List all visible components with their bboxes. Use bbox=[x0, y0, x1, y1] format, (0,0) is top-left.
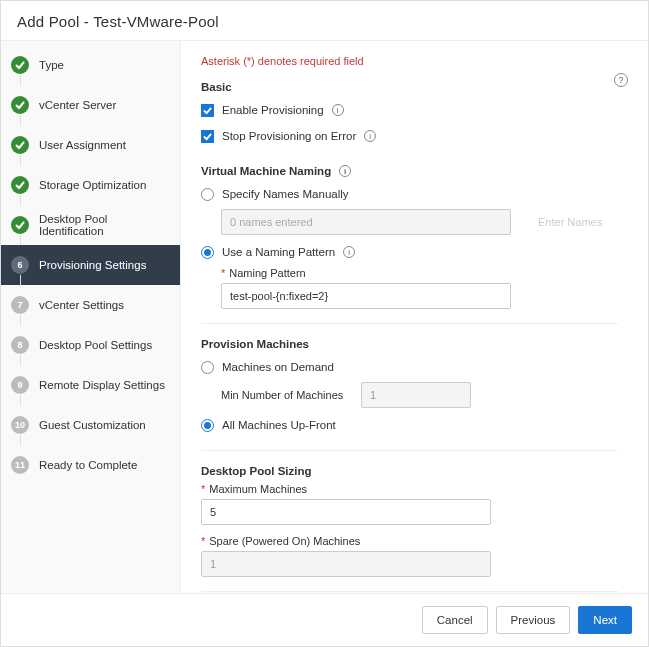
info-icon[interactable]: i bbox=[332, 104, 344, 116]
dialog-title: Add Pool - Test-VMware-Pool bbox=[1, 1, 648, 40]
step-connector bbox=[20, 315, 21, 325]
step-connector bbox=[20, 435, 21, 445]
step-number-badge: 9 bbox=[11, 376, 29, 394]
step-number-badge: 6 bbox=[11, 256, 29, 274]
radio-specify-manually[interactable] bbox=[201, 188, 214, 201]
step-number-badge: 10 bbox=[11, 416, 29, 434]
label-stop-on-error: Stop Provisioning on Error bbox=[222, 130, 356, 142]
step-connector bbox=[20, 155, 21, 165]
info-icon[interactable]: i bbox=[343, 246, 355, 258]
dialog-add-pool: Add Pool - Test-VMware-Pool TypevCenter … bbox=[0, 0, 649, 647]
section-basic: Basic Enable Provisioning i Stop Provisi… bbox=[201, 81, 618, 147]
enter-names-button: Enter Names bbox=[523, 209, 617, 235]
section-basic-title: Basic bbox=[201, 81, 618, 93]
step-number-badge: 8 bbox=[11, 336, 29, 354]
previous-button[interactable]: Previous bbox=[496, 606, 571, 634]
wizard-step-5[interactable]: Desktop Pool Identification bbox=[1, 205, 180, 245]
step-connector bbox=[20, 355, 21, 365]
input-max-machines[interactable] bbox=[201, 499, 491, 525]
step-check-icon bbox=[11, 216, 29, 234]
wizard-step-label: Desktop Pool Identification bbox=[39, 213, 170, 237]
section-sizing-title: Desktop Pool Sizing bbox=[201, 465, 618, 477]
wizard-step-2[interactable]: vCenter Server bbox=[1, 85, 180, 125]
required-asterisk: * bbox=[201, 535, 205, 547]
wizard-step-7[interactable]: 7vCenter Settings bbox=[1, 285, 180, 325]
label-specify-manually: Specify Names Manually bbox=[222, 188, 349, 200]
step-number-badge: 7 bbox=[11, 296, 29, 314]
input-min-machines bbox=[361, 382, 471, 408]
required-asterisk: * bbox=[201, 483, 205, 495]
label-spare-machines: Spare (Powered On) Machines bbox=[209, 535, 360, 547]
label-use-naming-pattern: Use a Naming Pattern bbox=[222, 246, 335, 258]
label-enable-provisioning: Enable Provisioning bbox=[222, 104, 324, 116]
section-vm-naming-title: Virtual Machine Naming bbox=[201, 165, 331, 177]
step-connector bbox=[20, 395, 21, 405]
step-connector bbox=[20, 115, 21, 125]
check-icon bbox=[203, 132, 212, 141]
step-check-icon bbox=[11, 56, 29, 74]
radio-on-demand[interactable] bbox=[201, 361, 214, 374]
separator bbox=[201, 323, 618, 324]
radio-use-naming-pattern[interactable] bbox=[201, 246, 214, 259]
checkbox-enable-provisioning[interactable] bbox=[201, 104, 214, 117]
wizard-step-1[interactable]: Type bbox=[1, 45, 180, 85]
input-naming-pattern[interactable] bbox=[221, 283, 511, 309]
next-button[interactable]: Next bbox=[578, 606, 632, 634]
step-connector bbox=[20, 75, 21, 85]
wizard-step-4[interactable]: Storage Optimization bbox=[1, 165, 180, 205]
step-connector bbox=[20, 195, 21, 205]
cancel-button[interactable]: Cancel bbox=[422, 606, 488, 634]
info-icon[interactable]: i bbox=[364, 130, 376, 142]
separator bbox=[201, 450, 618, 451]
wizard-step-label: Remote Display Settings bbox=[39, 379, 165, 391]
checkbox-stop-on-error[interactable] bbox=[201, 130, 214, 143]
help-icon[interactable]: ? bbox=[614, 73, 628, 87]
wizard-step-label: Desktop Pool Settings bbox=[39, 339, 152, 351]
required-asterisk: * bbox=[221, 267, 225, 279]
step-check-icon bbox=[11, 96, 29, 114]
wizard-content: ? Asterisk (*) denotes required field Ba… bbox=[181, 41, 648, 593]
section-provision-machines: Provision Machines Machines on Demand Mi… bbox=[201, 338, 618, 436]
wizard-step-label: User Assignment bbox=[39, 139, 126, 151]
step-connector bbox=[20, 275, 21, 285]
step-check-icon bbox=[11, 176, 29, 194]
separator bbox=[201, 591, 618, 592]
step-number-badge: 11 bbox=[11, 456, 29, 474]
input-names-entered bbox=[221, 209, 511, 235]
info-icon[interactable]: i bbox=[339, 165, 351, 177]
wizard-step-label: Guest Customization bbox=[39, 419, 146, 431]
wizard-step-6[interactable]: 6Provisioning Settings bbox=[1, 245, 180, 285]
label-naming-pattern: Naming Pattern bbox=[229, 267, 305, 279]
wizard-step-label: vCenter Server bbox=[39, 99, 116, 111]
step-connector bbox=[20, 235, 21, 245]
required-field-note: Asterisk (*) denotes required field bbox=[201, 55, 618, 67]
wizard-step-10[interactable]: 10Guest Customization bbox=[1, 405, 180, 445]
input-spare-machines bbox=[201, 551, 491, 577]
dialog-body: TypevCenter ServerUser AssignmentStorage… bbox=[1, 40, 648, 593]
radio-all-upfront[interactable] bbox=[201, 419, 214, 432]
section-pool-sizing: Desktop Pool Sizing * Maximum Machines *… bbox=[201, 465, 618, 577]
wizard-step-label: Type bbox=[39, 59, 64, 71]
section-provision-title: Provision Machines bbox=[201, 338, 618, 350]
wizard-step-8[interactable]: 8Desktop Pool Settings bbox=[1, 325, 180, 365]
wizard-step-3[interactable]: User Assignment bbox=[1, 125, 180, 165]
check-icon bbox=[203, 106, 212, 115]
label-on-demand: Machines on Demand bbox=[222, 361, 334, 373]
wizard-step-11[interactable]: 11Ready to Complete bbox=[1, 445, 180, 485]
section-vm-naming: Virtual Machine Naming i Specify Names M… bbox=[201, 165, 618, 309]
wizard-step-label: vCenter Settings bbox=[39, 299, 124, 311]
wizard-step-9[interactable]: 9Remote Display Settings bbox=[1, 365, 180, 405]
label-min-machines: Min Number of Machines bbox=[221, 389, 351, 401]
label-all-upfront: All Machines Up-Front bbox=[222, 419, 336, 431]
step-check-icon bbox=[11, 136, 29, 154]
dialog-footer: Cancel Previous Next bbox=[1, 593, 648, 646]
wizard-step-label: Storage Optimization bbox=[39, 179, 146, 191]
wizard-step-label: Provisioning Settings bbox=[39, 259, 146, 271]
wizard-sidebar: TypevCenter ServerUser AssignmentStorage… bbox=[1, 41, 181, 593]
label-max-machines: Maximum Machines bbox=[209, 483, 307, 495]
wizard-step-label: Ready to Complete bbox=[39, 459, 137, 471]
